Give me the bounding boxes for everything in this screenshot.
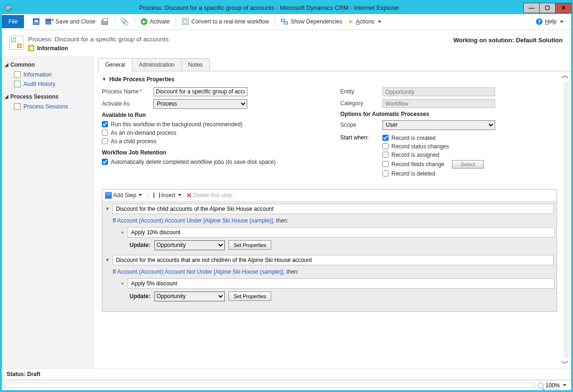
information-icon: [28, 45, 34, 51]
activate-as-select[interactable]: Process: [153, 99, 247, 109]
bullet-icon: ●: [121, 230, 124, 235]
wf-action-title-2[interactable]: [128, 278, 555, 289]
save-and-close-button[interactable]: × Save and Close: [43, 16, 98, 27]
show-dependencies-button[interactable]: Show Dependencies: [278, 16, 345, 27]
process-name-label: Process Name*: [102, 88, 153, 95]
scrollbar[interactable]: [564, 82, 569, 358]
page-title: Information: [28, 43, 168, 53]
insert-icon: [153, 192, 160, 199]
bullet-icon: ●: [121, 281, 124, 286]
wf-condition-link-1[interactable]: Account (Account):Account Under [Alpine …: [117, 217, 273, 224]
fields-change-checkbox[interactable]: [382, 161, 389, 167]
category-field: Workflow: [382, 99, 495, 108]
tab-strip: General Administration Notes: [98, 58, 571, 71]
nav-group-process-sessions[interactable]: ◢Process Sessions: [5, 93, 90, 100]
wf-condition-2: If Account (Account):Account Not Under […: [102, 267, 557, 277]
actions-menu[interactable]: ✦ Actions: [345, 16, 384, 27]
wf-update-entity-2[interactable]: Opportunity: [154, 292, 225, 301]
actions-icon: ✦: [348, 18, 353, 25]
wf-stage-title-2[interactable]: [113, 255, 554, 265]
insert-button[interactable]: Insert: [153, 192, 182, 199]
print-icon: [101, 20, 108, 25]
section-toggle-process-properties[interactable]: ▼Hide Process Properties: [102, 76, 560, 83]
chevron-down-icon: [378, 21, 382, 23]
help-menu[interactable]: ? Help: [533, 17, 566, 26]
nav-item-process-sessions[interactable]: Process Sessions: [5, 102, 90, 111]
convert-button[interactable]: Convert to a real-time workflow: [179, 16, 272, 27]
wf-stage-title-1[interactable]: [113, 204, 554, 214]
breadcrumb: Process: Discount for a specific group o…: [28, 36, 168, 43]
tab-administration[interactable]: Administration: [132, 58, 182, 71]
help-icon: ?: [536, 18, 542, 25]
nav-item-information[interactable]: Information: [5, 70, 90, 79]
wf-condition-link-2[interactable]: Account (Account):Account Not Under [Alp…: [117, 269, 283, 275]
zoom-level[interactable]: 100%: [545, 382, 560, 389]
available-to-run-heading: Available to Run: [102, 112, 321, 118]
assigned-label: Record is assigned: [391, 152, 439, 158]
tab-notes[interactable]: Notes: [181, 58, 210, 71]
convert-label: Convert to a real-time workflow: [191, 18, 269, 25]
nav-item-audit-history[interactable]: Audit History: [5, 79, 90, 89]
record-created-label: Record is created: [391, 135, 435, 141]
ie-icon: [5, 4, 12, 12]
process-name-input[interactable]: [153, 87, 247, 96]
zoom-dropdown[interactable]: [563, 384, 566, 386]
help-label: Help: [545, 18, 557, 25]
tab-general[interactable]: General: [98, 58, 132, 71]
options-heading: Options for Automatic Processes: [340, 111, 560, 117]
show-deps-label: Show Dependencies: [290, 18, 342, 25]
chevron-down-icon: [178, 194, 182, 196]
select-fields-button[interactable]: Select: [452, 160, 484, 169]
audit-icon: [14, 81, 21, 87]
activate-button[interactable]: ▶ Activate: [138, 17, 173, 26]
save-button[interactable]: [30, 16, 43, 27]
sessions-icon: [14, 103, 21, 110]
activate-icon: ▶: [141, 18, 147, 25]
add-step-icon: [105, 192, 112, 199]
set-properties-button-2[interactable]: Set Properties: [229, 292, 272, 301]
save-icon: [33, 18, 39, 25]
status-changes-checkbox[interactable]: [382, 143, 389, 149]
wf-condition-1: If Account (Account):Account Under [Alpi…: [102, 215, 557, 226]
scope-select[interactable]: User: [382, 120, 495, 130]
wf-update-entity-1[interactable]: Opportunity: [154, 240, 225, 250]
collapse-icon[interactable]: ▼: [105, 257, 110, 262]
window-title-bar: Process: Discount for a specific group o…: [2, 2, 571, 14]
set-properties-button-1[interactable]: Set Properties: [229, 240, 272, 250]
scope-label: Scope: [340, 122, 382, 128]
on-demand-checkbox[interactable]: [102, 130, 108, 136]
auto-delete-checkbox[interactable]: [102, 159, 108, 165]
add-step-button[interactable]: Add Step: [105, 192, 142, 199]
record-created-checkbox[interactable]: [382, 135, 389, 141]
page-header: Process: Discount for a specific group o…: [2, 30, 571, 56]
close-button[interactable]: ✕: [555, 3, 572, 13]
maximize-button[interactable]: ☐: [539, 3, 556, 13]
print-button[interactable]: [98, 16, 111, 27]
run-background-checkbox[interactable]: [102, 121, 108, 127]
deleted-label: Record is deleted: [391, 170, 435, 177]
nav-group-common[interactable]: ◢Common: [5, 61, 90, 68]
deleted-checkbox[interactable]: [382, 170, 389, 177]
status-bar: Status: Draft: [2, 368, 571, 380]
child-process-checkbox[interactable]: [102, 138, 108, 144]
delete-step-button[interactable]: ✕Delete this step.: [186, 192, 234, 199]
scroll-up-button[interactable]: ︿: [562, 73, 568, 79]
activate-as-label: Activate As: [102, 100, 153, 107]
entity-label: Entity: [340, 88, 382, 95]
scroll-down-button[interactable]: ﹀: [562, 360, 568, 367]
status-changes-label: Record status changes: [391, 143, 449, 150]
attach-button[interactable]: 📎: [117, 16, 132, 27]
assigned-checkbox[interactable]: [382, 152, 389, 158]
wf-action-title-1[interactable]: [128, 227, 555, 238]
left-nav-panel: ◢Common Information Audit History ◢Proce…: [2, 56, 93, 369]
solution-label: Working on solution: Default Solution: [453, 36, 563, 44]
dependencies-icon: [281, 19, 288, 24]
window-title: Process: Discount for a specific group o…: [15, 4, 523, 11]
minimize-button[interactable]: —: [523, 3, 540, 13]
run-background-label: Run this workflow in the background (rec…: [111, 121, 243, 128]
collapse-icon[interactable]: ▼: [105, 206, 110, 211]
actions-label: Actions: [356, 18, 374, 25]
save-close-icon: ×: [46, 18, 53, 25]
convert-icon: [182, 18, 189, 25]
file-tab[interactable]: File: [2, 15, 24, 28]
